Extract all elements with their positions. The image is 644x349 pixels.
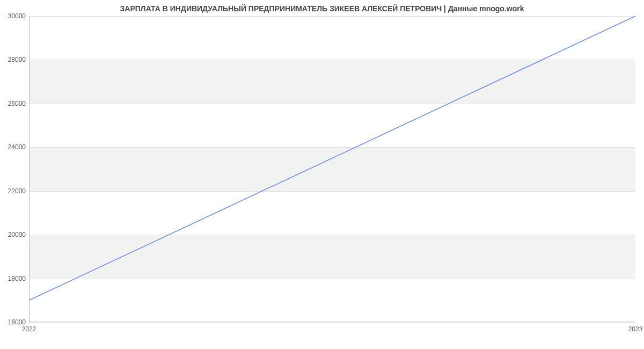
- y-tick-label: 16000: [8, 318, 26, 326]
- y-tick-label: 24000: [8, 143, 26, 151]
- y-tick-label: 30000: [8, 12, 26, 20]
- y-tick-label: 28000: [8, 56, 26, 63]
- y-tick-label: 22000: [8, 187, 26, 195]
- chart-title: ЗАРПЛАТА В ИНДИВИДУАЛЬНЫЙ ПРЕДПРИНИМАТЕЛ…: [0, 4, 644, 13]
- x-tick-label: 2022: [22, 325, 36, 333]
- y-tick-label: 18000: [8, 275, 26, 282]
- x-tick-label: 2023: [628, 325, 643, 333]
- plot-area: [29, 16, 635, 322]
- line-layer: [29, 16, 635, 322]
- y-tick-label: 20000: [8, 231, 26, 238]
- grid-line: [29, 322, 635, 323]
- salary-series-line: [29, 16, 635, 300]
- y-tick-label: 26000: [8, 100, 26, 107]
- chart-container: ЗАРПЛАТА В ИНДИВИДУАЛЬНЫЙ ПРЕДПРИНИМАТЕЛ…: [0, 0, 644, 349]
